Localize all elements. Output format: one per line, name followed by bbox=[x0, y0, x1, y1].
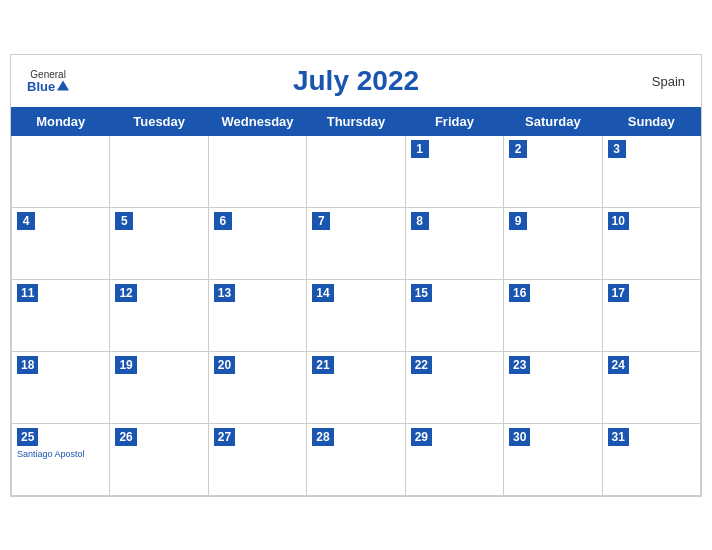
weekday-header-wednesday: Wednesday bbox=[208, 107, 306, 135]
weekday-header-monday: Monday bbox=[12, 107, 110, 135]
calendar-cell: 6 bbox=[208, 207, 306, 279]
logo-area: General Blue bbox=[27, 69, 69, 92]
day-number: 27 bbox=[214, 428, 235, 447]
day-number: 21 bbox=[312, 356, 333, 375]
day-number: 5 bbox=[115, 212, 133, 231]
day-number: 26 bbox=[115, 428, 136, 447]
day-number: 19 bbox=[115, 356, 136, 375]
holiday-text: Santiago Apostol bbox=[17, 449, 104, 460]
calendar-cell: 5 bbox=[110, 207, 208, 279]
calendar-cell: 15 bbox=[405, 279, 503, 351]
calendar-cell: 9 bbox=[504, 207, 602, 279]
day-number: 16 bbox=[509, 284, 530, 303]
calendar-cell: 14 bbox=[307, 279, 405, 351]
calendar-cell: 20 bbox=[208, 351, 306, 423]
calendar-cell: 11 bbox=[12, 279, 110, 351]
calendar-cell bbox=[208, 135, 306, 207]
calendar-cell: 30 bbox=[504, 423, 602, 495]
weekday-header-tuesday: Tuesday bbox=[110, 107, 208, 135]
calendar-cell: 19 bbox=[110, 351, 208, 423]
calendar-cell: 23 bbox=[504, 351, 602, 423]
calendar-cell bbox=[110, 135, 208, 207]
day-number: 30 bbox=[509, 428, 530, 447]
weekday-header-thursday: Thursday bbox=[307, 107, 405, 135]
week-row-2: 45678910 bbox=[12, 207, 701, 279]
logo-triangle-icon bbox=[57, 81, 69, 91]
calendar-cell bbox=[307, 135, 405, 207]
calendar-cell: 31 bbox=[602, 423, 700, 495]
day-number: 7 bbox=[312, 212, 330, 231]
calendar-cell: 13 bbox=[208, 279, 306, 351]
calendar-title: July 2022 bbox=[293, 65, 419, 97]
day-number: 13 bbox=[214, 284, 235, 303]
day-number: 23 bbox=[509, 356, 530, 375]
calendar-cell: 24 bbox=[602, 351, 700, 423]
weekday-header-row: MondayTuesdayWednesdayThursdayFridaySatu… bbox=[12, 107, 701, 135]
calendar-container: General Blue July 2022 Spain MondayTuesd… bbox=[10, 54, 702, 497]
day-number: 29 bbox=[411, 428, 432, 447]
week-row-3: 11121314151617 bbox=[12, 279, 701, 351]
calendar-cell: 4 bbox=[12, 207, 110, 279]
calendar-cell: 8 bbox=[405, 207, 503, 279]
weekday-header-friday: Friday bbox=[405, 107, 503, 135]
day-number: 14 bbox=[312, 284, 333, 303]
calendar-cell: 18 bbox=[12, 351, 110, 423]
day-number: 11 bbox=[17, 284, 38, 303]
calendar-cell: 17 bbox=[602, 279, 700, 351]
calendar-cell: 1 bbox=[405, 135, 503, 207]
week-row-5: 25Santiago Apostol262728293031 bbox=[12, 423, 701, 495]
day-number: 9 bbox=[509, 212, 527, 231]
day-number: 31 bbox=[608, 428, 629, 447]
week-row-1: 123 bbox=[12, 135, 701, 207]
day-number: 17 bbox=[608, 284, 629, 303]
calendar-cell: 21 bbox=[307, 351, 405, 423]
calendar-cell: 25Santiago Apostol bbox=[12, 423, 110, 495]
day-number: 4 bbox=[17, 212, 35, 231]
calendar-cell: 7 bbox=[307, 207, 405, 279]
day-number: 15 bbox=[411, 284, 432, 303]
day-number: 24 bbox=[608, 356, 629, 375]
logo-blue-text: Blue bbox=[27, 79, 69, 92]
day-number: 6 bbox=[214, 212, 232, 231]
calendar-header: General Blue July 2022 Spain bbox=[11, 55, 701, 107]
day-number: 10 bbox=[608, 212, 629, 231]
calendar-cell: 3 bbox=[602, 135, 700, 207]
calendar-cell: 26 bbox=[110, 423, 208, 495]
day-number: 22 bbox=[411, 356, 432, 375]
week-row-4: 18192021222324 bbox=[12, 351, 701, 423]
day-number: 18 bbox=[17, 356, 38, 375]
weekday-header-sunday: Sunday bbox=[602, 107, 700, 135]
calendar-cell: 28 bbox=[307, 423, 405, 495]
calendar-table: MondayTuesdayWednesdayThursdayFridaySatu… bbox=[11, 107, 701, 496]
day-number: 2 bbox=[509, 140, 527, 159]
day-number: 3 bbox=[608, 140, 626, 159]
country-label: Spain bbox=[652, 73, 685, 88]
calendar-cell: 29 bbox=[405, 423, 503, 495]
day-number: 1 bbox=[411, 140, 429, 159]
calendar-cell: 16 bbox=[504, 279, 602, 351]
day-number: 12 bbox=[115, 284, 136, 303]
weekday-header-saturday: Saturday bbox=[504, 107, 602, 135]
calendar-cell: 2 bbox=[504, 135, 602, 207]
day-number: 20 bbox=[214, 356, 235, 375]
calendar-cell: 27 bbox=[208, 423, 306, 495]
day-number: 25 bbox=[17, 428, 38, 447]
calendar-cell: 12 bbox=[110, 279, 208, 351]
calendar-cell bbox=[12, 135, 110, 207]
day-number: 28 bbox=[312, 428, 333, 447]
calendar-cell: 22 bbox=[405, 351, 503, 423]
day-number: 8 bbox=[411, 212, 429, 231]
calendar-cell: 10 bbox=[602, 207, 700, 279]
